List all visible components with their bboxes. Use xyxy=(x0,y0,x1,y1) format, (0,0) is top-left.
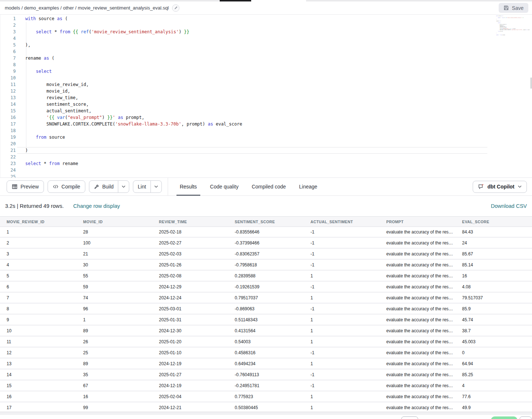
cell: 35 xyxy=(77,372,152,377)
lint-button[interactable]: Lint xyxy=(133,181,150,192)
cell: 77.6 xyxy=(455,394,532,399)
editor-minimap[interactable]: with source as ( select * from {{ ref('m… xyxy=(487,15,530,37)
cell: 15 xyxy=(0,383,77,388)
cell: -0.7958618 xyxy=(228,262,304,268)
column-header-eval_score[interactable]: EVAL_SCORE xyxy=(455,220,532,224)
build-dropdown-chevron[interactable] xyxy=(118,181,129,192)
prompt-text: evaluate the accuracy of the res… xyxy=(386,284,453,289)
line-number: 18 xyxy=(0,127,16,134)
column-header-review_time[interactable]: REVIEW_TIME xyxy=(152,220,228,224)
horizontal-scrollbar[interactable] xyxy=(0,412,532,415)
table-row: 14352025-01-27-0.76049113-1evaluate the … xyxy=(0,370,532,381)
column-header-movie_review_id[interactable]: MOVIE_REVIEW_ID xyxy=(0,220,77,224)
grid-body: 1282025-02-18-0.83556646-1evaluate the a… xyxy=(0,227,532,414)
cell: 79.517037 xyxy=(455,295,532,300)
lint-dropdown-chevron[interactable] xyxy=(150,181,161,192)
sql-code-editor[interactable]: 1with source as (23 select * from {{ ref… xyxy=(0,15,532,177)
line-number: 9 xyxy=(0,68,16,75)
column-header-prompt[interactable]: PROMPT xyxy=(380,220,455,224)
line-number: 7 xyxy=(0,55,16,61)
toolbar-divider xyxy=(168,178,168,195)
cell: 89 xyxy=(77,361,152,366)
prompt-text: evaluate the accuracy of the res… xyxy=(386,339,453,344)
breadcrumb-path[interactable]: models / demo_examples / other / movie_r… xyxy=(5,5,169,11)
table-row: 21002025-02-27-0.37398466-1evaluate the … xyxy=(0,238,532,249)
line-number: 16 xyxy=(0,114,16,121)
cell: -0.83556646 xyxy=(228,229,304,235)
cell: 2024-12-29 xyxy=(152,284,228,289)
results-status-bar: 3.2s | Returned 49 rows. Change row disp… xyxy=(0,196,532,216)
cell: 2 xyxy=(0,240,77,246)
table-row: 6592024-12-29-0.19261539-1evaluate the a… xyxy=(0,282,532,293)
cell: -0.37398466 xyxy=(228,240,304,246)
prompt-text: evaluate the accuracy of the res… xyxy=(386,229,453,235)
wrench-icon xyxy=(94,184,99,190)
cell: 2025-02-18 xyxy=(152,229,228,235)
tab-compiled-code[interactable]: Compiled code xyxy=(245,178,292,195)
line-number: 6 xyxy=(0,48,16,55)
cell: -0.76049113 xyxy=(228,372,304,377)
prompt-cell: evaluate the accuracy of the res…> xyxy=(380,262,455,268)
cutoff-outline-button[interactable] xyxy=(520,416,532,419)
cell: 11 xyxy=(0,339,77,344)
line-number: 25 xyxy=(0,173,16,177)
prompt-text: evaluate the accuracy of the res… xyxy=(386,273,453,278)
line-number: 10 xyxy=(0,75,16,81)
prompt-text: evaluate the accuracy of the res… xyxy=(386,317,453,322)
query-status-text: 3.2s | Returned 49 rows. xyxy=(5,203,64,209)
preview-button[interactable]: Preview xyxy=(7,180,44,193)
bottom-strip xyxy=(0,412,532,419)
code-line: 18 xyxy=(0,127,532,134)
tab-code-quality[interactable]: Code quality xyxy=(204,178,245,195)
cutoff-button[interactable] xyxy=(401,416,418,419)
file-status-icon[interactable] xyxy=(172,4,179,12)
change-row-display-link[interactable]: Change row display xyxy=(73,203,120,209)
cutoff-green-button[interactable] xyxy=(491,416,517,419)
prompt-cell: evaluate the accuracy of the res…> xyxy=(380,306,455,311)
prompt-cell: evaluate the accuracy of the res…> xyxy=(380,251,455,257)
cell: -1 xyxy=(304,383,380,388)
dbt-copilot-button[interactable]: dbt Copilot xyxy=(473,181,527,193)
cell: 85.67 xyxy=(455,251,532,257)
cell: 1 xyxy=(304,339,380,344)
prompt-cell: evaluate the accuracy of the res…> xyxy=(380,383,455,388)
cell: 45.003 xyxy=(455,339,532,344)
prompt-cell: evaluate the accuracy of the res…> xyxy=(380,295,455,300)
column-header-movie_id[interactable]: MOVIE_ID xyxy=(77,220,152,224)
cell: 1 xyxy=(304,361,380,366)
save-button[interactable]: Save xyxy=(499,3,528,13)
tab-results[interactable]: Results xyxy=(173,178,204,195)
prompt-text: evaluate the accuracy of the res… xyxy=(386,251,453,257)
column-header-actual_sentiment[interactable]: ACTUAL_SENTIMENT xyxy=(304,220,380,224)
cell: 0 xyxy=(455,350,532,355)
table-row: 4302025-01-26-0.7958618-1evaluate the ac… xyxy=(0,260,532,271)
build-button[interactable]: Build xyxy=(89,181,118,192)
line-number: 4 xyxy=(0,35,16,42)
code-line: 21) xyxy=(0,147,532,154)
cell: 3 xyxy=(0,251,77,257)
cell: 1 xyxy=(304,328,380,333)
cell: 2024-12-30 xyxy=(152,328,228,333)
prompt-cell: evaluate the accuracy of the res…> xyxy=(380,273,455,278)
compile-button[interactable]: Compile xyxy=(48,180,85,193)
breadcrumb[interactable]: models / demo_examples / other / movie_r… xyxy=(5,4,179,12)
line-number: 12 xyxy=(0,88,16,94)
code-line: 23select * from rename xyxy=(0,160,532,167)
cell: 0.2839588 xyxy=(228,273,304,278)
code-line: 4 xyxy=(0,35,532,42)
cell: 14 xyxy=(0,372,77,377)
download-csv-link[interactable]: Download CSV xyxy=(491,203,527,209)
cell: 45.74 xyxy=(455,317,532,322)
prompt-cell: evaluate the accuracy of the res…> xyxy=(380,328,455,333)
line-number: 3 xyxy=(0,29,16,35)
prompt-cell: evaluate the accuracy of the res…> xyxy=(380,361,455,366)
editor-scrollbar-thumb[interactable] xyxy=(531,78,532,89)
tab-lineage[interactable]: Lineage xyxy=(293,178,324,195)
cell: 16 xyxy=(0,394,77,399)
cell: 2024-12-19 xyxy=(152,361,228,366)
prompt-text: evaluate the accuracy of the res… xyxy=(386,295,453,300)
results-tabs: Results Code quality Compiled code Linea… xyxy=(173,178,324,195)
column-header-sentiment_score[interactable]: SENTIMENT_SCORE xyxy=(228,220,304,224)
line-number: 13 xyxy=(0,94,16,101)
cell: 1 xyxy=(304,394,380,399)
